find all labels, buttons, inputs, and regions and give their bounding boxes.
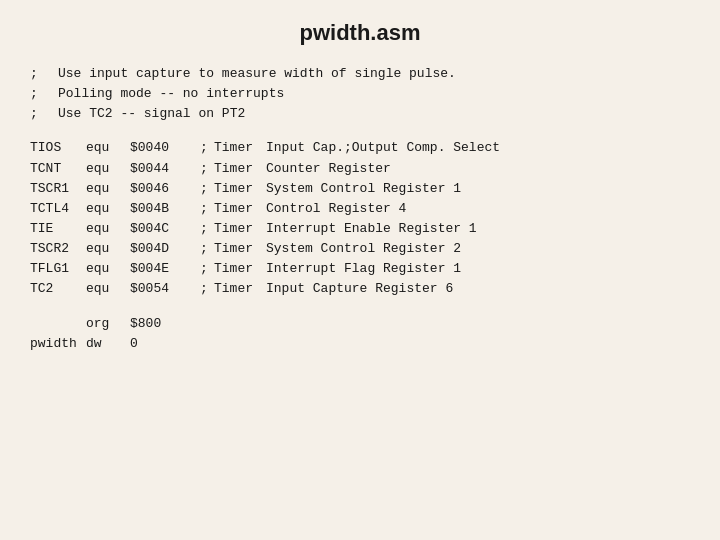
equ-value: $004C [130,219,200,239]
equ-timer: Timer [214,259,266,279]
org-block: org$800pwidthdw0 [30,314,690,354]
equ-desc: Interrupt Enable Register 1 [266,219,477,239]
equ-timer: Timer [214,138,266,158]
comment-semi: ; [30,64,58,84]
equ-desc: Input Capture Register 6 [266,279,453,299]
comment-semi: ; [30,104,58,124]
equ-label: TIE [30,219,86,239]
comment-text: Use TC2 -- signal on PT2 [58,104,245,124]
equ-op: equ [86,279,130,299]
org-op: org [86,314,130,334]
equ-value: $0040 [130,138,200,158]
equ-label: TIOS [30,138,86,158]
equ-desc: System Control Register 1 [266,179,461,199]
equ-semi: ; [200,138,214,158]
equ-row: TCTL4equ$004B;TimerControl Register 4 [30,199,690,219]
equ-desc: System Control Register 2 [266,239,461,259]
org-row: pwidthdw0 [30,334,690,354]
equ-semi: ; [200,199,214,219]
comment-line: ; Polling mode -- no interrupts [30,84,690,104]
equ-desc: Interrupt Flag Register 1 [266,259,461,279]
comment-semi: ; [30,84,58,104]
equ-op: equ [86,259,130,279]
equ-op: equ [86,138,130,158]
equ-desc: Control Register 4 [266,199,406,219]
equ-value: $004B [130,199,200,219]
equ-semi: ; [200,239,214,259]
equ-desc: Input Cap.;Output Comp. Select [266,138,500,158]
equ-label: TCTL4 [30,199,86,219]
equ-label: TC2 [30,279,86,299]
equ-op: equ [86,219,130,239]
equ-label: TCNT [30,159,86,179]
equ-timer: Timer [214,239,266,259]
equ-semi: ; [200,159,214,179]
equ-value: $0054 [130,279,200,299]
equ-semi: ; [200,179,214,199]
equ-timer: Timer [214,159,266,179]
equ-op: equ [86,179,130,199]
comment-line: ; Use input capture to measure width of … [30,64,690,84]
org-op: dw [86,334,130,354]
equ-value: $0046 [130,179,200,199]
org-value: $800 [130,314,161,334]
comment-line: ; Use TC2 -- signal on PT2 [30,104,690,124]
equ-value: $004E [130,259,200,279]
equ-semi: ; [200,279,214,299]
equ-timer: Timer [214,219,266,239]
equ-desc: Counter Register [266,159,391,179]
comment-text: Use input capture to measure width of si… [58,64,456,84]
equ-row: TSCR1equ$0046;TimerSystem Control Regist… [30,179,690,199]
page-container: pwidth.asm ; Use input capture to measur… [0,0,720,540]
code-section: ; Use input capture to measure width of … [30,64,690,354]
org-value: 0 [130,334,138,354]
org-row: org$800 [30,314,690,334]
equ-row: TFLG1equ$004E;TimerInterrupt Flag Regist… [30,259,690,279]
equ-row: TIEequ$004C;TimerInterrupt Enable Regist… [30,219,690,239]
equ-op: equ [86,199,130,219]
equ-semi: ; [200,259,214,279]
equ-row: TSCR2equ$004D;TimerSystem Control Regist… [30,239,690,259]
equ-label: TFLG1 [30,259,86,279]
equ-op: equ [86,239,130,259]
comment-text: Polling mode -- no interrupts [58,84,284,104]
equ-label: TSCR1 [30,179,86,199]
org-label: pwidth [30,334,86,354]
equ-value: $004D [130,239,200,259]
equ-row: TC2equ$0054;TimerInput Capture Register … [30,279,690,299]
comment-block: ; Use input capture to measure width of … [30,64,690,124]
equ-label: TSCR2 [30,239,86,259]
equ-timer: Timer [214,179,266,199]
equ-row: TIOSequ$0040;TimerInput Cap.;Output Comp… [30,138,690,158]
equ-timer: Timer [214,199,266,219]
equ-timer: Timer [214,279,266,299]
equ-table: TIOSequ$0040;TimerInput Cap.;Output Comp… [30,138,690,299]
equ-semi: ; [200,219,214,239]
equ-row: TCNTequ$0044;TimerCounter Register [30,159,690,179]
page-title: pwidth.asm [30,20,690,46]
equ-value: $0044 [130,159,200,179]
equ-op: equ [86,159,130,179]
